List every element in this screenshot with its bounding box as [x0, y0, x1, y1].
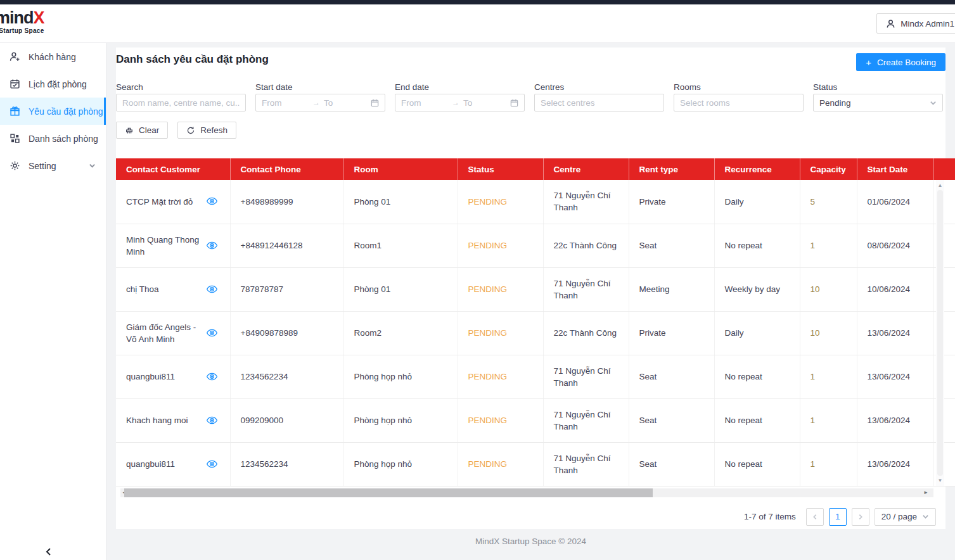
cell-contact-phone: +84909878989 [230, 311, 343, 355]
pagination: 1-7 of 7 items 1 20 / page [116, 508, 945, 526]
chevron-down-icon [930, 99, 937, 106]
sidebar-item-khach-hang[interactable]: Khách hàng [0, 43, 106, 70]
cell-centre: 22c Thành Công [543, 224, 629, 267]
end-date-range-input[interactable]: From → To [395, 94, 525, 111]
sidebar-item-setting[interactable]: Setting [0, 152, 106, 179]
table-row: CTCP Mặt trời đỏ+8498989999Phòng 01PENDI… [116, 180, 955, 224]
user-name: Mindx Admin1 [901, 19, 954, 29]
view-detail-button[interactable] [206, 371, 219, 383]
eye-icon [206, 414, 218, 426]
page-number-button[interactable]: 1 [829, 508, 847, 526]
next-page-button[interactable] [852, 508, 869, 526]
customer-name: quangbui811 [126, 458, 175, 470]
view-detail-button[interactable] [206, 283, 219, 296]
cell-centre: 71 Nguyễn Chí Thanh [543, 267, 629, 311]
cell-contact-customer: chị Thoa [116, 267, 230, 311]
refresh-button[interactable]: Refesh [177, 122, 236, 139]
view-detail-button[interactable] [206, 239, 219, 252]
create-booking-button[interactable]: + Create Booking [856, 53, 945, 71]
view-detail-button[interactable] [206, 458, 219, 471]
cell-recurrence: Daily [714, 311, 800, 355]
column-header-contact-customer: Contact Customer [116, 158, 230, 180]
sidebar-item-yeu-cau-dat-phong[interactable]: Yêu cầu đặt phòng [0, 98, 106, 125]
filter-end-date: End date From → To [395, 82, 525, 111]
eye-icon [206, 327, 218, 339]
app-header: mindX Startup Space Mindx Admin1 [0, 4, 955, 43]
view-detail-button[interactable] [206, 414, 219, 427]
table-row: Giám đốc Angels - Võ Anh Minh+8490987898… [116, 311, 955, 355]
cell-start-date: 13/06/2024 [857, 398, 933, 442]
filter-rooms: Rooms [674, 82, 804, 111]
start-date-range-input[interactable]: From → To [255, 94, 385, 111]
vertical-scroll-thumb[interactable] [937, 190, 943, 476]
filter-status: Status Pending [813, 82, 943, 111]
cell-rent-type: Private [629, 311, 714, 355]
chevron-left-icon [44, 547, 53, 556]
view-detail-button[interactable] [206, 327, 219, 340]
sidebar: Khách hàng Lịch đặt phòng Yêu cầu đặt ph… [0, 43, 106, 560]
rooms-select[interactable] [680, 98, 797, 108]
customer-name: Minh Quang Thong Minh [126, 234, 201, 258]
table-row: quangbui8111234562234Phòng họp nhỏPENDIN… [116, 355, 955, 398]
view-detail-button[interactable] [206, 195, 219, 208]
booking-table: Contact CustomerContact PhoneRoomStatusC… [116, 158, 945, 497]
sidebar-item-danh-sach-phong[interactable]: Danh sách phòng [0, 125, 106, 152]
eye-icon [206, 371, 218, 383]
cell-contact-phone: +8498989999 [230, 180, 343, 224]
cell-room: Phòng 01 [343, 180, 458, 224]
cell-status: PENDING [458, 442, 543, 486]
cell-start-date: 13/06/2024 [857, 311, 933, 355]
action-bar: Clear Refesh [116, 122, 945, 139]
column-header-start-date: Start Date [857, 158, 933, 180]
status-select-value: Pending [819, 98, 851, 108]
column-header-capacity: Capacity [800, 158, 857, 180]
sidebar-item-label: Yêu cầu đặt phòng [29, 106, 103, 117]
eye-icon [206, 195, 218, 207]
chevron-down-icon [89, 161, 96, 171]
clear-button[interactable]: Clear [116, 122, 168, 139]
cell-contact-phone: 099209000 [230, 398, 343, 442]
sidebar-item-lich-dat-phong[interactable]: Lịch đặt phòng [0, 70, 106, 98]
table-row: Minh Quang Thong Minh+848912446128Room1P… [116, 224, 955, 267]
cell-capacity: 1 [800, 355, 857, 398]
cell-room: Phòng họp nhỏ [343, 355, 458, 398]
vertical-scrollbar[interactable]: ▲ ▼ [936, 180, 944, 486]
cell-start-date: 10/06/2024 [857, 267, 933, 311]
grid-icon [10, 133, 20, 144]
filter-label: Search [116, 82, 246, 92]
page-title: Danh sách yêu cầu đặt phòng [116, 53, 269, 66]
prev-page-button[interactable] [806, 508, 824, 526]
customer-name: chị Thoa [126, 283, 159, 295]
horizontal-scrollbar[interactable]: ◄ ► [120, 488, 933, 497]
sidebar-collapse-button[interactable] [44, 547, 56, 559]
logo-accent: X [34, 8, 44, 27]
search-input[interactable] [122, 98, 240, 108]
filter-bar: Search Start date From → To End date Fro… [116, 82, 945, 111]
user-account-button[interactable]: Mindx Admin1 [876, 13, 955, 34]
sidebar-item-label: Lịch đặt phòng [29, 79, 87, 89]
cell-recurrence: No repeat [714, 398, 800, 442]
cell-contact-phone: +848912446128 [230, 224, 343, 267]
cell-contact-customer: quangbui811 [116, 442, 230, 486]
top-dark-strip [0, 0, 955, 4]
table-row: chị Thoa787878787Phòng 01PENDING71 Nguyễ… [116, 267, 955, 311]
cell-recurrence: No repeat [714, 224, 800, 267]
chevron-down-icon [922, 513, 929, 520]
column-header-centre: Centre [543, 158, 629, 180]
column-header-rent-type: Rent type [629, 158, 714, 180]
scroll-up-arrow-icon[interactable]: ▲ [936, 182, 944, 188]
cell-capacity: 1 [800, 442, 857, 486]
status-select[interactable]: Pending [813, 94, 943, 111]
cell-capacity: 10 [800, 311, 857, 355]
refresh-icon [186, 126, 195, 135]
centres-select[interactable] [541, 98, 658, 108]
filter-start-date: Start date From → To [255, 82, 385, 111]
page-size-value: 20 / page [881, 512, 917, 521]
horizontal-scroll-thumb[interactable] [124, 488, 653, 497]
logo-subtitle: Startup Space [0, 28, 44, 34]
page-size-select[interactable]: 20 / page [875, 508, 936, 526]
scroll-right-arrow-icon[interactable]: ► [923, 488, 928, 497]
scroll-down-arrow-icon[interactable]: ▼ [936, 478, 944, 483]
customer-name: Giám đốc Angels - Võ Anh Minh [126, 321, 201, 345]
cell-centre: 71 Nguyễn Chí Thanh [543, 398, 629, 442]
